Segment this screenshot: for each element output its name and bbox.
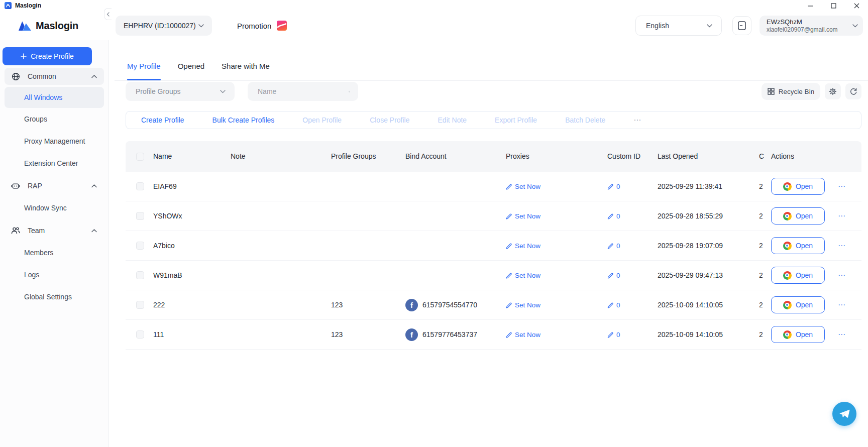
chrome-icon [783,212,792,220]
cell-name: 111 [149,330,226,339]
action-create-profile[interactable]: Create Profile [141,116,184,124]
search-icon[interactable] [349,88,350,95]
table-settings-button[interactable] [825,83,841,99]
telegram-support-button[interactable] [832,402,856,426]
row-more-button[interactable]: ⋯ [838,271,846,280]
sidebar-section-label: RAP [28,182,91,190]
action-edit-note[interactable]: Edit Note [438,116,467,124]
row-more-button[interactable]: ⋯ [838,241,846,250]
action-open-profile[interactable]: Open Profile [302,116,342,124]
edit-pen-icon [607,243,614,249]
cell-actions: Open ⋯ [767,178,861,195]
name-search-input[interactable] [258,87,349,95]
open-profile-button[interactable]: Open [771,326,825,343]
action-batch-delete[interactable]: Batch Delete [565,116,605,124]
set-proxy-link[interactable]: Set Now [506,242,540,250]
cell-last-opened: 2025-09-28 18:55:29 [653,212,754,220]
cell-last-opened: 2025-09-29 11:39:41 [653,182,754,190]
custom-id-edit[interactable]: 0 [607,272,620,279]
row-checkbox[interactable] [136,271,144,279]
open-profile-button[interactable]: Open [771,178,825,195]
sidebar-menu: Common All Windows Groups Proxy Manageme… [0,68,108,308]
cell-name: 222 [149,301,226,309]
sidebar-collapse-handle[interactable] [104,8,112,20]
sidebar-item-all-windows[interactable]: All Windows [5,87,104,108]
open-profile-button[interactable]: Open [771,296,825,313]
tab-my-profile[interactable]: My Profile [127,51,161,80]
brand: Maslogin [18,11,78,40]
sidebar-item-extension-center[interactable]: Extension Center [5,152,104,174]
chevron-down-icon [220,90,226,93]
grid-icon [768,88,775,95]
minimize-button[interactable] [799,0,822,11]
refresh-button[interactable] [845,83,861,99]
open-profile-button[interactable]: Open [771,207,825,225]
sidebar-item-logs[interactable]: Logs [5,264,104,286]
set-proxy-link[interactable]: Set Now [506,331,540,339]
column-header-profile-groups: Profile Groups [327,152,401,161]
action-export-profile[interactable]: Export Profile [495,116,537,124]
sidebar-section-team[interactable]: Team [5,222,104,239]
recycle-bin-button[interactable]: Recycle Bin [762,83,820,100]
row-checkbox[interactable] [136,330,144,339]
table-row: 222 123 f 61579754554770 Set Now 0 2025-… [126,290,861,320]
row-checkbox[interactable] [136,182,144,190]
set-proxy-link[interactable]: Set Now [506,301,540,309]
close-button[interactable] [845,0,868,11]
promotion-link[interactable]: Promotion [237,11,287,40]
column-header-note: Note [226,152,327,161]
row-more-button[interactable]: ⋯ [838,300,846,309]
language-selector[interactable]: English [635,16,722,36]
sidebar-item-proxy-management[interactable]: Proxy Management [5,130,104,152]
name-search-field [248,82,358,101]
open-profile-button[interactable]: Open [771,267,825,284]
account-menu[interactable]: EWzSQhzM xiaofei020907@gmail.com [759,16,863,36]
set-proxy-link[interactable]: Set Now [506,212,540,220]
cell-actions: Open ⋯ [767,296,861,313]
custom-id-edit[interactable]: 0 [607,301,620,309]
sidebar-section-rap[interactable]: RAP [5,177,104,194]
chevron-down-icon [198,24,204,28]
profile-groups-select[interactable]: Profile Groups [126,82,235,101]
tab-opened[interactable]: Opened [178,51,204,80]
set-proxy-link[interactable]: Set Now [506,183,540,190]
row-checkbox[interactable] [136,242,144,250]
workspace-selector[interactable]: EHPHRV (ID:1000027) [116,16,212,36]
docs-button[interactable] [732,16,751,35]
open-profile-button[interactable]: Open [771,237,825,254]
tab-share-with-me[interactable]: Share with Me [222,51,270,80]
set-proxy-link[interactable]: Set Now [506,272,540,279]
action-more[interactable]: ⋯ [633,116,641,125]
chevron-left-icon [106,12,110,17]
custom-id-edit[interactable]: 0 [607,183,620,190]
create-profile-button[interactable]: Create Profile [3,47,92,65]
custom-id-edit[interactable]: 0 [607,212,620,220]
refresh-icon [849,87,857,95]
row-checkbox[interactable] [136,301,144,309]
row-more-button[interactable]: ⋯ [838,182,846,191]
action-bulk-create-profiles[interactable]: Bulk Create Profiles [212,116,275,124]
sidebar-item-global-settings[interactable]: Global Settings [5,286,104,308]
action-close-profile[interactable]: Close Profile [370,116,409,124]
custom-id-edit[interactable]: 0 [607,331,620,339]
titlebar: Maslogin [0,0,868,11]
recycle-bin-label: Recycle Bin [779,88,814,95]
edit-pen-icon [506,243,512,249]
maslogin-logo-icon [18,20,32,31]
row-more-button[interactable]: ⋯ [838,211,846,220]
edit-pen-icon [506,331,512,338]
sidebar-section-label: Common [28,72,91,80]
custom-id-edit[interactable]: 0 [607,242,620,250]
row-checkbox[interactable] [136,212,144,220]
sidebar-item-members[interactable]: Members [5,242,104,264]
account-email: xiaofei020907@gmail.com [767,26,852,34]
row-more-button[interactable]: ⋯ [838,330,846,339]
select-all-checkbox[interactable] [136,153,144,161]
cell-last-opened: 2025-10-09 14:10:05 [653,330,754,339]
sidebar-section-common[interactable]: Common [5,68,104,85]
sidebar-item-window-sync[interactable]: Window Sync [5,197,104,219]
profiles-table: Name Note Profile Groups Bind Account Pr… [126,141,861,350]
edit-pen-icon [607,331,614,338]
maximize-button[interactable] [822,0,845,11]
sidebar-item-groups[interactable]: Groups [5,108,104,130]
